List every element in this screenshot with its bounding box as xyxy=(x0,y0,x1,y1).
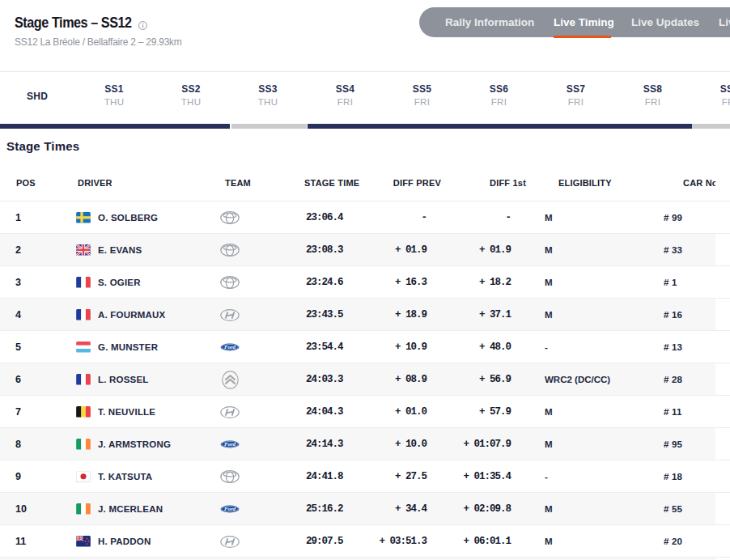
svg-text:Ford: Ford xyxy=(224,506,236,511)
svg-text:Ford: Ford xyxy=(224,344,236,350)
svg-text:Ford: Ford xyxy=(224,441,236,447)
